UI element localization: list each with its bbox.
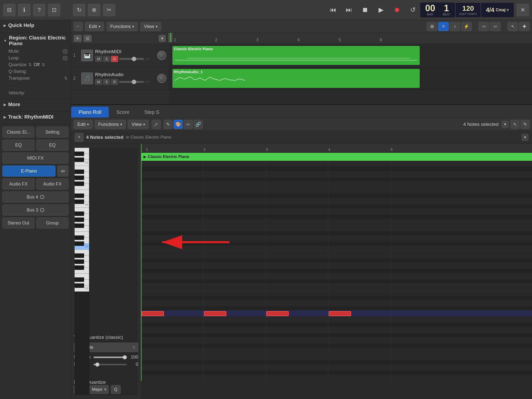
black-key[interactable] — [75, 194, 84, 198]
scale-major-dropdown[interactable]: Major ⇅ — [90, 385, 109, 394]
arrange-back-button[interactable]: ← — [74, 22, 83, 31]
black-key[interactable] — [75, 217, 84, 222]
region-classic-piano[interactable]: Classic Electric Piano — [172, 46, 420, 65]
inbox-button[interactable]: ⊡ — [48, 4, 60, 16]
record-button[interactable]: ⏺ — [390, 4, 404, 16]
black-key[interactable] — [75, 283, 84, 288]
fast-forward-button[interactable]: ⏭ — [342, 4, 356, 16]
cursor-btn[interactable]: ↖ — [508, 22, 518, 31]
audio-fx-right-button[interactable]: Audio FX — [36, 179, 68, 190]
pr-cursor-btn[interactable]: ↖ — [511, 120, 520, 129]
tab-score[interactable]: Score — [109, 107, 137, 118]
note-block-2[interactable] — [204, 311, 226, 316]
quantize-stepper[interactable]: ⇅ — [28, 62, 32, 67]
midi-in-btn[interactable]: ⇨ — [479, 22, 489, 31]
track-2-rec[interactable]: R — [111, 79, 118, 85]
eq-right-button[interactable]: EQ — [36, 140, 68, 151]
midi-out-btn[interactable]: ⇦ — [490, 22, 501, 31]
save-button[interactable]: ⊟ — [3, 4, 15, 16]
transpose-stepper[interactable]: ⇅ — [64, 76, 67, 81]
black-key[interactable] — [75, 235, 84, 240]
arrange-edit-button[interactable]: Edit ▾ — [85, 22, 104, 31]
tuner-button[interactable]: ⊕ — [88, 4, 100, 16]
group-button[interactable]: Group — [36, 217, 68, 228]
add-mode-btn[interactable]: ✚ — [519, 22, 530, 31]
tempo-display[interactable]: 120 KEEP TEMPO — [455, 2, 481, 17]
tab-piano-roll[interactable]: Piano Roll — [71, 107, 109, 118]
black-key[interactable] — [75, 170, 84, 174]
black-key[interactable] — [75, 158, 84, 162]
note-block-3[interactable] — [266, 311, 289, 316]
score-view-btn[interactable]: ♪ — [450, 22, 460, 31]
black-key[interactable] — [75, 265, 84, 270]
track-2-solo[interactable]: S — [103, 79, 110, 85]
track-2-mute[interactable]: M — [95, 79, 102, 85]
loop-button[interactable]: ↺ — [406, 4, 420, 16]
note-grid[interactable] — [141, 161, 532, 381]
stereo-out-button[interactable]: Stereo Out — [2, 217, 34, 228]
black-key[interactable] — [75, 152, 84, 156]
black-key[interactable] — [75, 200, 84, 204]
bus3-button[interactable]: Bus 3 — [2, 204, 68, 215]
track-1-fader[interactable] — [119, 58, 144, 60]
info-button[interactable]: ℹ — [18, 4, 30, 16]
cycle-settings-button[interactable]: ↻ — [73, 4, 85, 16]
region-rhythm-audio[interactable]: RhythmAudio_1 — [172, 69, 420, 88]
pr-edit-button[interactable]: Edit ▾ — [74, 120, 93, 129]
midi-fx-button[interactable]: MIDI FX — [2, 153, 68, 164]
pr-pencil-btn[interactable]: ✎ — [164, 120, 173, 129]
scissors-button[interactable]: ✂ — [103, 4, 115, 16]
black-key[interactable] — [75, 277, 84, 282]
track-list-options[interactable]: ⊟ — [84, 35, 92, 42]
pr-functions-button[interactable]: Functions ▾ — [95, 120, 126, 129]
black-key[interactable] — [75, 176, 84, 180]
track-2-fader[interactable] — [119, 81, 144, 83]
black-key[interactable] — [75, 223, 84, 228]
track-list-collapse[interactable]: ▾ — [159, 35, 166, 42]
black-key[interactable] — [75, 259, 84, 264]
note-block-4[interactable] — [329, 311, 351, 316]
arrange-view-button[interactable]: View ▾ — [140, 22, 161, 31]
strength-slider[interactable] — [94, 357, 127, 358]
pr-view-button[interactable]: View ▾ — [128, 120, 149, 129]
black-key[interactable] — [75, 241, 84, 246]
mute-checkbox[interactable] — [63, 49, 67, 54]
quantize-stepper-right[interactable]: ⇅ — [42, 62, 45, 67]
swing-slider[interactable] — [94, 364, 127, 365]
pr-notes-options[interactable]: ▾ — [522, 134, 529, 141]
epiano-link[interactable]: ∞ — [57, 166, 68, 177]
pr-notes-add[interactable]: + — [75, 133, 84, 142]
track-1-rec[interactable]: R — [111, 56, 118, 62]
scale-q-button[interactable]: Q — [111, 385, 121, 394]
tab-step-sequencer[interactable]: Step S — [137, 107, 167, 118]
quick-help-header[interactable]: ▶ Quick Help — [3, 22, 67, 28]
loop-checkbox[interactable] — [63, 56, 67, 60]
black-key[interactable] — [75, 253, 84, 258]
flex-view-btn[interactable]: ⚡ — [461, 22, 472, 31]
audio-fx-left-button[interactable]: Audio FX — [2, 179, 34, 190]
help-button[interactable]: ? — [33, 4, 45, 16]
track-header[interactable]: ▶ Track: RhythmMIDI — [3, 114, 67, 120]
setting-button[interactable]: Setting — [36, 127, 68, 138]
add-track-button[interactable]: + — [74, 35, 82, 42]
grid-view-btn[interactable]: ⊞ — [427, 22, 437, 31]
more-header[interactable]: ▶ More — [3, 102, 67, 107]
epiano-button[interactable]: E-Piano — [2, 166, 55, 177]
stop-button[interactable]: ⏹ — [358, 4, 372, 16]
list-view-btn[interactable]: ≡ — [438, 22, 449, 31]
note-block-1[interactable] — [141, 311, 164, 316]
track-1-mute[interactable]: M — [95, 56, 102, 62]
region-header[interactable]: ▼ Region: Classic Electric Piano — [3, 35, 67, 46]
pr-smartq-btn[interactable]: ⇨ — [184, 120, 193, 129]
classic-el-button[interactable]: Classic El... — [2, 127, 34, 138]
track-2-volume-knob[interactable] — [157, 74, 166, 83]
close-button[interactable]: ✕ — [517, 4, 529, 16]
pr-split-button[interactable]: ⤢ — [152, 120, 161, 129]
bus4-button[interactable]: Bus 4 — [2, 192, 68, 202]
pr-link-btn[interactable]: 🔗 — [194, 120, 203, 129]
eq-left-button[interactable]: EQ — [2, 140, 34, 151]
timesig-key-display[interactable]: 4/4 Cmaj ▾ — [481, 2, 514, 17]
pr-color-btn[interactable]: 🎨 — [174, 120, 183, 129]
black-key[interactable] — [75, 211, 84, 216]
play-button[interactable]: ▶ — [374, 4, 388, 16]
